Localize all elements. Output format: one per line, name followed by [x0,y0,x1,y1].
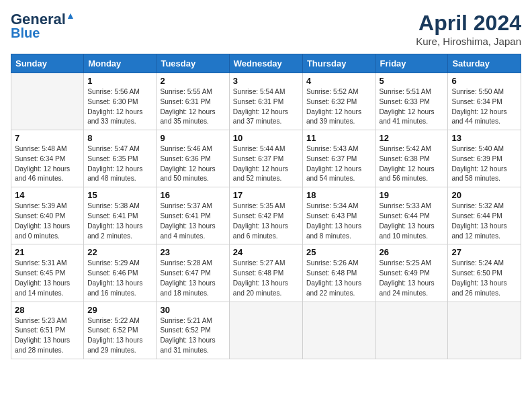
daylight-minutes: and 58 minutes. [451,175,500,182]
daylight-hours: Daylight: 13 hours [160,279,215,287]
day-number: 3 [233,76,299,86]
day-number: 6 [451,76,517,86]
sunrise-text: Sunrise: 5:22 AM [87,317,140,324]
daylight-hours: Daylight: 13 hours [380,222,435,230]
daylight-minutes: and 6 minutes. [233,232,278,240]
calendar-cell: 3Sunrise: 5:54 AMSunset: 6:31 PMDaylight… [229,73,302,130]
sunset-text: Sunset: 6:34 PM [15,155,65,163]
daylight-hours: Daylight: 12 hours [451,165,506,173]
daylight-hours: Daylight: 12 hours [233,165,288,173]
sunrise-text: Sunrise: 5:35 AM [233,202,285,210]
day-info: Sunrise: 5:46 AMSunset: 6:36 PMDaylight:… [160,144,225,184]
calendar-cell: 7Sunrise: 5:48 AMSunset: 6:34 PMDaylight… [11,130,84,187]
day-number: 23 [160,247,225,257]
calendar-cell: 24Sunrise: 5:27 AMSunset: 6:48 PMDayligh… [229,244,302,302]
daylight-hours: Daylight: 12 hours [451,108,506,116]
day-info: Sunrise: 5:47 AMSunset: 6:35 PMDaylight:… [87,144,152,184]
day-number: 26 [380,247,445,257]
calendar-cell: 8Sunrise: 5:47 AMSunset: 6:35 PMDaylight… [84,130,157,187]
sunrise-text: Sunrise: 5:39 AM [15,202,67,210]
day-info: Sunrise: 5:56 AMSunset: 6:30 PMDaylight:… [87,87,152,127]
sunset-text: Sunset: 6:37 PM [306,155,357,163]
sunrise-text: Sunrise: 5:24 AM [451,259,504,267]
calendar-cell: 26Sunrise: 5:25 AMSunset: 6:49 PMDayligh… [375,244,448,302]
day-info: Sunrise: 5:54 AMSunset: 6:31 PMDaylight:… [233,87,299,127]
sunrise-text: Sunrise: 5:40 AM [451,145,504,152]
sunrise-text: Sunrise: 5:38 AM [87,202,140,210]
day-number: 27 [451,247,517,257]
calendar-cell: 10Sunrise: 5:44 AMSunset: 6:37 PMDayligh… [229,130,302,187]
sunset-text: Sunset: 6:39 PM [451,155,502,163]
daylight-minutes: and 52 minutes. [233,175,282,182]
day-info: Sunrise: 5:51 AMSunset: 6:33 PMDaylight:… [380,87,445,127]
daylight-hours: Daylight: 12 hours [380,108,435,116]
daylight-hours: Daylight: 13 hours [380,279,435,287]
sunset-text: Sunset: 6:48 PM [306,269,357,277]
day-number: 1 [87,76,152,86]
sunrise-text: Sunrise: 5:54 AM [233,88,285,95]
daylight-minutes: and 2 minutes. [87,232,132,240]
daylight-hours: Daylight: 13 hours [160,336,215,344]
day-number: 18 [306,190,372,200]
calendar-table: SundayMondayTuesdayWednesdayThursdayFrid… [11,54,521,359]
weekday-header: Tuesday [157,54,229,73]
calendar-cell: 9Sunrise: 5:46 AMSunset: 6:36 PMDaylight… [157,130,229,187]
day-number: 15 [87,190,152,200]
weekday-header-row: SundayMondayTuesdayWednesdayThursdayFrid… [11,54,521,73]
daylight-minutes: and 24 minutes. [380,289,429,297]
daylight-hours: Daylight: 12 hours [160,108,215,116]
day-number: 12 [380,133,445,143]
sunset-text: Sunset: 6:37 PM [233,155,283,163]
daylight-minutes: and 18 minutes. [160,289,209,297]
daylight-minutes: and 22 minutes. [306,289,355,297]
calendar-week-row: 21Sunrise: 5:31 AMSunset: 6:45 PMDayligh… [11,244,521,302]
daylight-hours: Daylight: 13 hours [306,279,361,287]
sunset-text: Sunset: 6:36 PM [160,155,210,163]
day-number: 28 [15,305,80,315]
daylight-hours: Daylight: 13 hours [87,279,142,287]
title-block: April 2024 Kure, Hiroshima, Japan [416,11,521,47]
daylight-hours: Daylight: 13 hours [306,222,361,230]
sunset-text: Sunset: 6:31 PM [233,98,283,105]
sunrise-text: Sunrise: 5:34 AM [306,202,359,210]
daylight-minutes: and 39 minutes. [306,118,355,125]
calendar-week-row: 7Sunrise: 5:48 AMSunset: 6:34 PMDaylight… [11,130,521,187]
daylight-hours: Daylight: 12 hours [87,165,142,173]
calendar-cell: 1Sunrise: 5:56 AMSunset: 6:30 PMDaylight… [84,73,157,130]
sunset-text: Sunset: 6:51 PM [15,326,65,334]
sunrise-text: Sunrise: 5:52 AM [306,88,359,95]
day-number: 25 [306,247,372,257]
sunset-text: Sunset: 6:38 PM [380,155,430,163]
day-info: Sunrise: 5:28 AMSunset: 6:47 PMDaylight:… [160,259,225,298]
day-info: Sunrise: 5:38 AMSunset: 6:41 PMDaylight:… [87,201,152,241]
day-number: 17 [233,190,299,200]
daylight-hours: Daylight: 13 hours [87,222,142,230]
day-info: Sunrise: 5:31 AMSunset: 6:45 PMDaylight:… [15,259,80,298]
sunrise-text: Sunrise: 5:48 AM [15,145,67,152]
day-number: 9 [160,133,225,143]
daylight-minutes: and 0 minutes. [15,232,60,240]
daylight-hours: Daylight: 12 hours [306,108,361,116]
daylight-minutes: and 31 minutes. [160,347,209,354]
day-number: 8 [87,133,152,143]
day-info: Sunrise: 5:39 AMSunset: 6:40 PMDaylight:… [15,201,80,241]
sunrise-text: Sunrise: 5:44 AM [233,145,285,152]
day-number: 11 [306,133,372,143]
sunrise-text: Sunrise: 5:51 AM [380,88,432,95]
day-info: Sunrise: 5:34 AMSunset: 6:43 PMDaylight:… [306,201,372,241]
calendar-cell: 6Sunrise: 5:50 AMSunset: 6:34 PMDaylight… [448,73,521,130]
calendar-week-row: 14Sunrise: 5:39 AMSunset: 6:40 PMDayligh… [11,187,521,244]
day-info: Sunrise: 5:27 AMSunset: 6:48 PMDaylight:… [233,259,299,298]
day-number: 2 [160,76,225,86]
daylight-hours: Daylight: 12 hours [380,165,435,173]
daylight-hours: Daylight: 13 hours [15,279,70,287]
sunset-text: Sunset: 6:34 PM [451,98,502,105]
daylight-minutes: and 44 minutes. [451,118,500,125]
daylight-minutes: and 50 minutes. [160,175,209,182]
calendar-week-row: 1Sunrise: 5:56 AMSunset: 6:30 PMDaylight… [11,73,521,130]
daylight-hours: Daylight: 13 hours [87,336,142,344]
logo-blue: Blue [11,26,40,40]
calendar-cell: 17Sunrise: 5:35 AMSunset: 6:42 PMDayligh… [229,187,302,244]
daylight-hours: Daylight: 13 hours [233,279,288,287]
daylight-minutes: and 26 minutes. [451,289,500,297]
